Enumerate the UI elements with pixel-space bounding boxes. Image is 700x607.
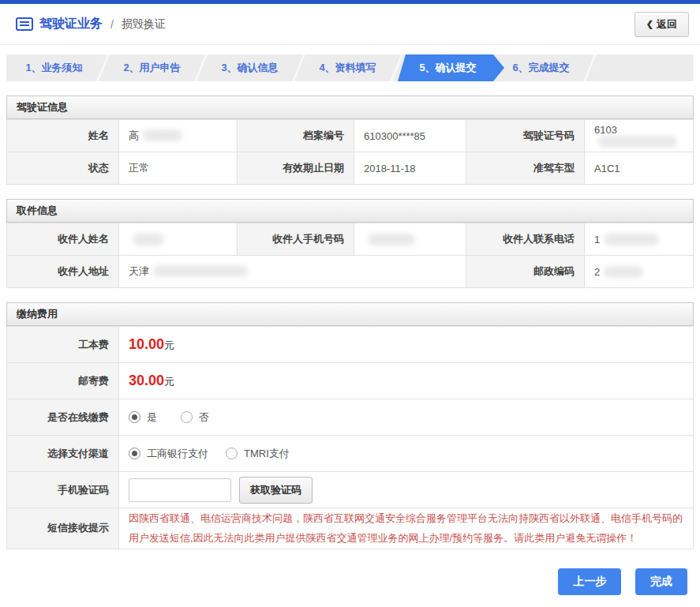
footer-actions: 上一步 完成: [6, 568, 687, 595]
redacted-blur: [143, 129, 182, 141]
radio-label: 否: [199, 410, 209, 425]
value-text: 1: [594, 234, 600, 245]
back-button[interactable]: ❮ 返回: [634, 12, 689, 37]
breadcrumb: 驾驶证业务 / 损毁换证: [16, 16, 166, 32]
page: 驾驶证业务 / 损毁换证 ❮ 返回 1、业务须知 2、用户申告 3、确认信息 4…: [0, 0, 700, 607]
redacted-blur: [598, 136, 677, 148]
field-value-status: 正常: [119, 152, 238, 185]
field-label-online-pay: 是否在线缴费: [7, 399, 119, 436]
field-value-vehicle-class: A1C1: [585, 152, 694, 185]
field-label-status: 状态: [7, 152, 119, 185]
field-value-pay-channel: 工商银行支付 TMRI支付: [119, 436, 694, 472]
field-label-file-number: 档案编号: [238, 120, 354, 152]
radio-unchecked-icon: [226, 448, 238, 459]
step-5-confirm-submit-active[interactable]: 5、确认提交: [398, 54, 504, 81]
page-subtitle: 损毁换证: [122, 17, 166, 32]
value-text: 6103: [594, 124, 617, 136]
step-3-confirm-info[interactable]: 3、确认信息: [202, 54, 298, 81]
finish-button[interactable]: 完成: [635, 568, 687, 595]
field-label-pay-channel: 选择支付渠道: [7, 436, 119, 472]
table-row: 选择支付渠道 工商银行支付 TMRI支付: [7, 436, 694, 472]
step-label: 5、确认提交: [419, 61, 476, 75]
table-row: 状态 正常 有效期止日期 2018-11-18 准驾车型 A1C1: [7, 152, 694, 185]
work-fee-amount: 10.00: [129, 336, 164, 352]
license-info-section: 驾驶证信息 姓名 高 档案编号 610300****85 驾驶证号码 6103 …: [6, 96, 694, 185]
field-label-postcode: 邮政编码: [466, 256, 585, 288]
field-value-expiry-date: 2018-11-18: [354, 152, 466, 185]
step-6-finish-submit[interactable]: 6、完成提交: [493, 54, 589, 81]
field-label-license-number: 驾驶证号码: [466, 120, 585, 152]
pickup-info-section: 取件信息 收件人姓名 收件人手机号码 收件人联系电话 1 收件人地址 天津 邮政…: [6, 199, 694, 288]
post-fee-unit: 元: [164, 376, 174, 388]
back-arrow-icon: ❮: [646, 19, 653, 29]
table-row: 是否在线缴费 是 否: [7, 399, 694, 436]
step-bar-filler: [591, 54, 694, 81]
step-label: 1、业务须知: [25, 61, 82, 75]
field-label-vehicle-class: 准驾车型: [466, 152, 585, 185]
online-pay-radio-group: 是 否: [129, 410, 683, 425]
pickup-info-table: 收件人姓名 收件人手机号码 收件人联系电话 1 收件人地址 天津 邮政编码 2: [6, 223, 694, 288]
work-fee-unit: 元: [164, 339, 174, 351]
radio-unchecked-icon: [181, 411, 193, 423]
radio-option-no[interactable]: 否: [181, 410, 209, 425]
radio-label: 是: [147, 410, 157, 425]
field-label-recipient-phone: 收件人联系电话: [466, 223, 585, 256]
field-value-name: 高: [119, 120, 238, 152]
radio-option-icbc[interactable]: 工商银行支付: [129, 447, 208, 461]
breadcrumb-divider: /: [110, 18, 114, 31]
field-value-recipient-address: 天津: [119, 256, 466, 288]
field-label-sms-notice: 短信接收提示: [7, 508, 119, 549]
field-value-postcode: 2: [585, 256, 694, 288]
license-info-title: 驾驶证信息: [6, 96, 694, 119]
step-1-notice[interactable]: 1、业务须知: [6, 54, 102, 81]
radio-checked-icon: [129, 411, 140, 423]
previous-step-button[interactable]: 上一步: [558, 568, 621, 595]
field-value-recipient-mobile: [354, 223, 466, 256]
radio-checked-icon: [129, 448, 140, 459]
step-label: 4、资料填写: [319, 61, 376, 75]
table-row: 手机验证码 获取验证码: [7, 472, 694, 508]
field-label-sms-code: 手机验证码: [7, 472, 119, 508]
pay-channel-radio-group: 工商银行支付 TMRI支付: [129, 447, 683, 461]
sms-code-input[interactable]: [129, 478, 231, 502]
radio-option-tmri[interactable]: TMRI支付: [226, 447, 290, 461]
field-label-recipient-name: 收件人姓名: [7, 223, 119, 256]
step-progress-bar: 1、业务须知 2、用户申告 3、确认信息 4、资料填写 5、确认提交 6、完成提…: [6, 54, 694, 81]
field-value-sms-notice: 因陕西省联通、电信运营商技术问题，陕西省互联网交通安全综合服务管理平台无法向持陕…: [119, 508, 694, 549]
redacted-blur: [153, 265, 248, 277]
table-row: 收件人姓名 收件人手机号码 收件人联系电话 1: [7, 223, 694, 256]
table-row: 短信接收提示 因陕西省联通、电信运营商技术问题，陕西省互联网交通安全综合服务管理…: [7, 508, 694, 549]
field-label-post-fee: 邮寄费: [7, 363, 119, 399]
redacted-blur: [133, 234, 164, 245]
field-value-online-pay: 是 否: [119, 399, 694, 436]
field-label-recipient-mobile: 收件人手机号码: [238, 223, 354, 256]
value-text: 2: [594, 266, 600, 278]
field-value-license-number: 6103: [585, 120, 694, 152]
payment-table: 工本费 10.00元 邮寄费 30.00元 是否在线缴费 是: [6, 326, 694, 549]
value-text: 高: [129, 129, 139, 141]
step-label: 6、完成提交: [512, 61, 569, 75]
radio-option-yes[interactable]: 是: [129, 410, 157, 425]
table-row: 邮寄费 30.00元: [7, 363, 694, 399]
radio-label: 工商银行支付: [147, 447, 208, 461]
sms-notice-text: 因陕西省联通、电信运营商技术问题，陕西省互联网交通安全综合服务管理平台无法向持陕…: [129, 508, 683, 549]
get-sms-code-button[interactable]: 获取验证码: [239, 477, 313, 504]
value-text: 610300****85: [364, 130, 425, 142]
payment-title: 缴纳费用: [6, 302, 694, 326]
payment-section: 缴纳费用 工本费 10.00元 邮寄费 30.00元 是否在线缴费: [6, 302, 694, 549]
step-4-fill-data[interactable]: 4、资料填写: [300, 54, 395, 81]
step-label: 3、确认信息: [221, 61, 278, 75]
back-button-label: 返回: [657, 17, 677, 32]
step-2-declaration[interactable]: 2、用户申告: [104, 54, 200, 81]
field-value-sms-code: 获取验证码: [119, 472, 694, 508]
pickup-info-title: 取件信息: [6, 199, 694, 223]
redacted-blur: [604, 266, 643, 278]
table-row: 姓名 高 档案编号 610300****85 驾驶证号码 6103: [7, 120, 694, 152]
value-text: 天津: [129, 265, 149, 277]
field-label-work-fee: 工本费: [7, 327, 119, 363]
field-value-recipient-phone: 1: [585, 223, 694, 256]
value-text: A1C1: [594, 163, 620, 174]
field-value-file-number: 610300****85: [354, 120, 466, 152]
redacted-blur: [368, 234, 415, 245]
value-text: 2018-11-18: [364, 163, 416, 174]
